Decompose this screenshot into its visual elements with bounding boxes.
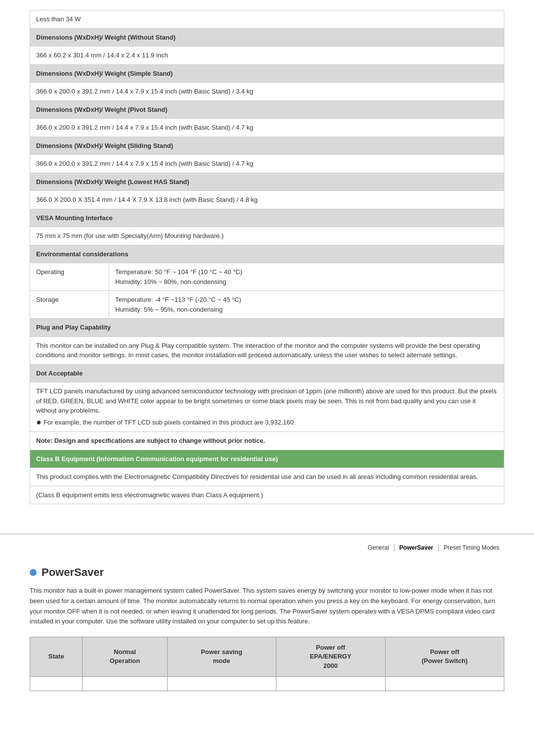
spec-header-cell: Dimensions (WxDxH)/ Weight (Pivot Stand) [30,100,504,119]
spec-label-cell: Operating [30,263,109,291]
spec-header-cell: Dimensions (WxDxH)/ Weight (Simple Stand… [30,64,504,83]
spec-header-cell: Dot Acceptable [30,364,504,382]
spec-data-cell: Less than 34 W [30,10,504,29]
state-cell [30,676,83,691]
spec-dot-cell: TFT LCD panels manufactured by using adv… [30,382,504,432]
spec-section: Less than 34 WDimensions (WxDxH)/ Weight… [0,0,534,524]
spec-data-cell: 366.0 x 200.0 x 391.2 mm / 14.4 x 7.9 x … [30,155,504,173]
spec-header-cell: Dimensions (WxDxH)/ Weight (Sliding Stan… [30,137,504,155]
powersaver-description: This monitor has a built-in power manage… [30,586,504,627]
spec-data-cell: 366.0 x 200.0 x 391.2 mm / 14.4 x 7.9 x … [30,119,504,137]
col-switch: Power off(Power Switch) [385,637,504,677]
spec-data-cell: 366 x 60.2 x 301.4 mm / 14.4 x 2.4 x 11.… [30,47,504,65]
spec-data-cell: 366.0 x 200.0 x 391.2 mm / 14.4 x 7.9 x … [30,83,504,101]
spec-data-cell: 75 mm x 75 mm (for use with Specialty(Ar… [30,227,504,245]
powersaver-title-row: PowerSaver [30,566,504,579]
tab-powersaver[interactable]: PowerSaver [395,544,439,551]
power-states-table: State NormalOperation Power savingmode P… [30,637,504,691]
col-normal: NormalOperation [83,637,167,677]
spec-header-cell: Plug and Play Capability [30,319,504,337]
power-data-row [30,676,504,691]
specifications-table: Less than 34 WDimensions (WxDxH)/ Weight… [30,10,504,504]
powersaver-title: PowerSaver [42,566,104,579]
spec-value-cell: Temperature: -4 °F ~113 °F (-20 °C ~ 45 … [109,291,504,319]
epa-cell [276,676,385,691]
spec-green-header-cell: Class B Equipment (Information Communica… [30,450,504,468]
spec-header-cell: VESA Mounting Interface [30,209,504,227]
spec-value-cell: Temperature: 50 °F ~ 104 °F (10 °C ~ 40 … [109,263,504,291]
spec-header-cell: Environmental considerations [30,245,504,263]
normal-cell [83,676,167,691]
tab-preset-timing[interactable]: Preset Timing Modes [439,544,504,551]
col-epa: Power offEPA/ENERGY2000 [276,637,385,677]
spec-header-cell: Dimensions (WxDxH)/ Weight (Lowest HAS S… [30,173,504,191]
spec-label-cell: Storage [30,291,109,319]
spec-header-cell: Dimensions (WxDxH)/ Weight (Without Stan… [30,28,504,47]
spec-data-cell: This monitor can be installed on any Plu… [30,336,504,364]
spec-data-cell: (Class B equipment emits less electromag… [30,486,504,504]
spec-note-cell: Note: Design and specifications are subj… [30,432,504,450]
powersaver-section: PowerSaver This monitor has a built-in p… [0,556,534,706]
tab-general[interactable]: General [363,544,395,551]
spec-data-cell: 366.0 X 200.0 X 351.4 mm / 14.4 X 7.9 X … [30,191,504,209]
col-state: State [30,637,83,677]
spec-data-cell: This product complies with the Electroma… [30,468,504,486]
navigation-tabs: General PowerSaver Preset Timing Modes [0,534,534,556]
powersaver-icon [30,569,37,576]
saving-cell [167,676,276,691]
col-saving: Power savingmode [167,637,276,677]
switch-cell [385,676,504,691]
